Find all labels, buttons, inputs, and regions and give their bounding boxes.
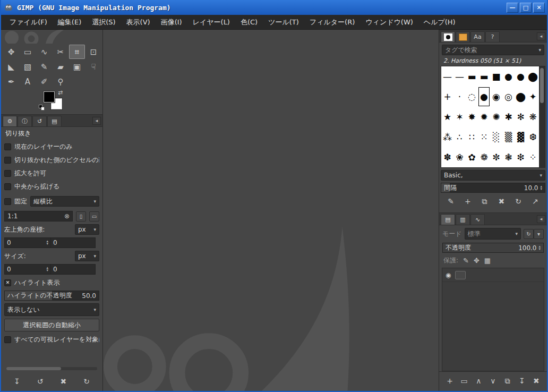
menu-help[interactable]: ヘルプ(H) (418, 18, 461, 27)
crop-tool[interactable]: ⌗ (69, 45, 85, 59)
bucket-fill-tool[interactable]: ◣ (3, 59, 19, 74)
layers-list[interactable]: ◉ (442, 268, 544, 371)
brush-tag-search-input[interactable]: タグで検索 ▾ (442, 45, 544, 55)
brush-item[interactable]: ❋ (527, 107, 539, 127)
tab-menu-button[interactable]: ◂ (537, 32, 545, 40)
tab-menu-button[interactable]: ◂ (92, 117, 101, 125)
ink-tool[interactable]: ✒ (3, 74, 19, 89)
tab-device-status[interactable]: ⓘ (18, 116, 32, 126)
brush-item[interactable]: ▓ (515, 127, 527, 147)
eraser-tool[interactable]: ▰ (53, 59, 68, 74)
size-unit-select[interactable]: px ▾ (75, 251, 99, 261)
tab-channels[interactable]: ▥ (456, 214, 470, 225)
lock-pixels-icon[interactable]: ✎ (463, 257, 469, 265)
new-layer-group-button[interactable]: ▭ (458, 376, 470, 386)
position-y-input[interactable]: 0 (51, 237, 96, 248)
brush-item[interactable]: ⬤ (515, 87, 527, 107)
close-button[interactable]: ✕ (533, 3, 545, 13)
mode-menu-button[interactable]: ▾ (534, 229, 544, 239)
tab-patterns[interactable] (456, 31, 470, 42)
brush-item[interactable]: · (453, 87, 466, 107)
brush-item[interactable]: ✻ (515, 107, 527, 127)
menu-colors[interactable]: 色(C) (235, 18, 263, 27)
tab-brushes[interactable] (441, 31, 455, 42)
lock-position-icon[interactable]: ✥ (474, 257, 480, 265)
restore-tool-preset-button[interactable]: ↺ (34, 376, 47, 387)
duplicate-layer-button[interactable]: ⧉ (501, 376, 514, 386)
paintbrush-tool[interactable]: ✎ (36, 59, 52, 74)
titlebar[interactable]: GIMP (GNU Image Manipulation Program) — … (1, 0, 547, 15)
brush-item[interactable]: + (441, 87, 453, 107)
scrollbar-thumb[interactable] (540, 68, 544, 103)
reset-tool-options-button[interactable]: ↻ (80, 376, 93, 387)
brush-item[interactable]: ❃ (502, 147, 515, 167)
save-tool-preset-button[interactable]: ↧ (11, 376, 23, 387)
edit-brush-button[interactable]: ✎ (444, 196, 457, 207)
guides-select[interactable]: 表示しない ▾ (4, 303, 99, 316)
brush-item[interactable]: ✹ (478, 107, 490, 127)
brush-item[interactable]: ▬ (466, 66, 478, 87)
menu-windows[interactable]: ウィンドウ(W) (360, 18, 418, 27)
clear-icon[interactable]: ⊗ (64, 212, 70, 220)
menu-filters[interactable]: フィルター(R) (304, 18, 360, 27)
tab-document-history[interactable]: ? (485, 31, 500, 42)
brush-item[interactable]: ⁘ (527, 147, 539, 167)
open-brush-as-image-button[interactable]: ↗ (529, 196, 542, 207)
clone-tool[interactable]: ▣ (69, 59, 85, 74)
checkbox-checked-icon[interactable]: ✕ (4, 279, 11, 286)
brush-item[interactable]: ● (502, 66, 515, 87)
brush-item[interactable]: ◉ (490, 87, 502, 107)
fixed-checkbox[interactable] (4, 198, 11, 205)
position-x-input[interactable]: 0 ▴▾ (4, 237, 51, 248)
brush-item[interactable]: — (453, 66, 466, 87)
smudge-tool[interactable]: ☟ (85, 59, 101, 74)
text-tool[interactable]: A (20, 74, 36, 89)
tab-menu-button[interactable]: ◂ (537, 215, 545, 223)
brush-item[interactable]: ✱ (502, 107, 515, 127)
brush-item[interactable]: ■ (490, 66, 502, 87)
delete-tool-preset-button[interactable]: ✖ (57, 376, 70, 387)
option-shrink-merged[interactable]: すべての可視レイヤーを対象にす (4, 334, 99, 345)
brush-item[interactable]: ✦ (527, 87, 539, 107)
swap-colors-icon[interactable]: ⇄ (58, 89, 63, 96)
new-layer-button[interactable]: + (443, 376, 456, 386)
checkbox-icon[interactable] (4, 336, 11, 343)
mode-switch-button[interactable]: ↻ (524, 229, 534, 239)
merge-layer-button[interactable]: ↧ (516, 376, 528, 386)
auto-shrink-button[interactable]: 選択範囲の自動縮小 (4, 319, 99, 331)
brush-item[interactable]: ◌ (466, 87, 478, 107)
brush-item[interactable]: ❆ (527, 127, 539, 147)
spinner-arrows-icon[interactable]: ▴▾ (538, 245, 541, 251)
tool-options-hscrollbar[interactable] (6, 367, 97, 370)
option-delete-cropped-pixels[interactable]: 切り抜かれた側のピクセルの削除 (4, 155, 99, 165)
rectangle-select-tool[interactable]: ▭ (20, 45, 36, 59)
refresh-brushes-button[interactable]: ↻ (512, 196, 525, 207)
layer-mode-select[interactable]: 標準 ▾ (465, 228, 521, 240)
brush-item[interactable]: ❇ (515, 147, 527, 167)
tab-tool-options[interactable]: ⚙ (3, 116, 17, 126)
brush-item[interactable]: ⁂ (441, 127, 453, 147)
brush-item[interactable]: ✸ (466, 107, 478, 127)
menu-select[interactable]: 選択(S) (87, 18, 121, 27)
brush-item[interactable]: ✼ (490, 147, 502, 167)
brush-item[interactable]: ★ (441, 107, 453, 127)
option-highlight[interactable]: ✕ ハイライト表示 (4, 277, 99, 288)
zoom-tool[interactable]: ⚲ (53, 74, 68, 89)
menu-edit[interactable]: 編集(E) (53, 18, 87, 27)
new-brush-button[interactable]: + (461, 196, 474, 207)
layer-opacity-slider[interactable]: 不透明度 100.0 ▴▾ (442, 243, 544, 253)
checkbox-icon[interactable] (4, 143, 11, 150)
move-tool[interactable]: ✥ (3, 45, 19, 59)
landscape-orientation-button[interactable]: ▭ (89, 211, 99, 221)
brush-item[interactable]: ∷ (466, 127, 478, 147)
menu-file[interactable]: ファイル(F) (4, 18, 53, 27)
highlight-opacity-slider[interactable]: ハイライトの不透明度 50.0 (4, 291, 99, 301)
position-unit-select[interactable]: px ▾ (75, 224, 99, 235)
brush-item[interactable]: ● (478, 87, 490, 107)
brush-item[interactable]: ▬ (478, 66, 490, 87)
brush-group-select[interactable]: Basic, ▾ (441, 170, 545, 181)
maximize-button[interactable]: □ (520, 3, 532, 13)
brush-item[interactable]: ◎ (502, 87, 515, 107)
menu-image[interactable]: 画像(I) (156, 18, 187, 27)
visibility-eye-icon[interactable]: ◉ (446, 271, 451, 279)
